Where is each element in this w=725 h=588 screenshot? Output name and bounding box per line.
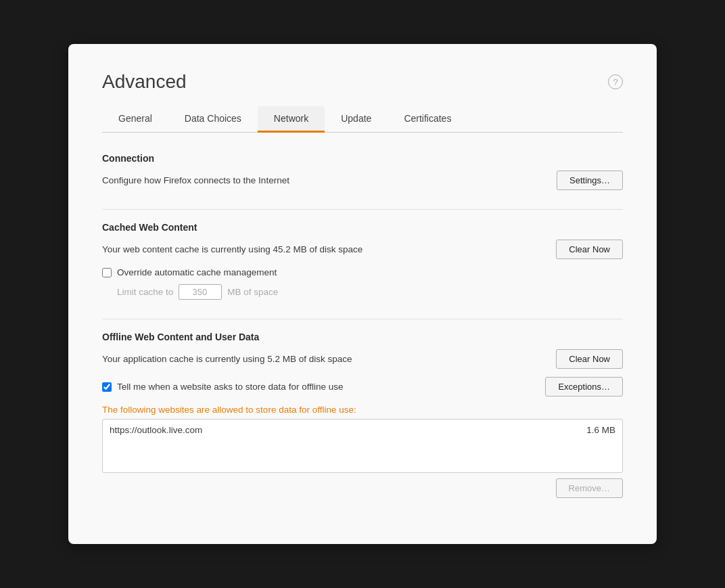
tab-update[interactable]: Update (325, 106, 388, 133)
website-url: https://outlook.live.com (110, 425, 202, 435)
tab-data-choices[interactable]: Data Choices (168, 106, 258, 133)
override-cache-row: Override automatic cache management (102, 267, 623, 277)
connection-row: Configure how Firefox connects to the In… (102, 171, 623, 190)
websites-list: https://outlook.live.com 1.6 MB (102, 419, 623, 473)
cached-web-content-section: Cached Web Content Your web content cach… (102, 222, 623, 300)
divider-1 (102, 209, 623, 210)
cache-limit-label: Limit cache to (117, 287, 173, 297)
override-cache-checkbox[interactable] (102, 268, 112, 277)
connection-description: Configure how Firefox connects to the In… (102, 175, 289, 185)
tell-me-checkbox-row: Tell me when a website asks to store dat… (102, 382, 343, 392)
offline-web-content-row: Your application cache is currently usin… (102, 349, 623, 369)
remove-button[interactable]: Remove… (556, 478, 623, 498)
connection-title: Connection (102, 153, 623, 164)
tabs-bar: General Data Choices Network Update Cert… (102, 106, 623, 133)
settings-button[interactable]: Settings… (557, 171, 623, 190)
websites-allowed-label: The following websites are allowed to st… (102, 405, 623, 415)
help-icon[interactable]: ? (608, 74, 623, 89)
cached-web-content-title: Cached Web Content (102, 222, 623, 233)
website-entry: https://outlook.live.com 1.6 MB (110, 425, 615, 435)
offline-web-content-section: Offline Web Content and User Data Your a… (102, 332, 623, 498)
tab-network[interactable]: Network (258, 106, 325, 133)
offline-web-content-description: Your application cache is currently usin… (102, 354, 352, 364)
page-title: Advanced (102, 71, 187, 93)
cached-clear-now-button[interactable]: Clear Now (556, 240, 623, 259)
cached-web-content-description: Your web content cache is currently usin… (102, 244, 362, 254)
tab-general[interactable]: General (102, 106, 168, 133)
advanced-settings-window: Advanced ? General Data Choices Network … (68, 44, 657, 544)
tab-certificates[interactable]: Certificates (388, 106, 467, 133)
website-size: 1.6 MB (586, 425, 615, 435)
cache-limit-input[interactable] (179, 284, 222, 300)
header-row: Advanced ? (102, 71, 623, 93)
cached-web-content-row: Your web content cache is currently usin… (102, 240, 623, 259)
cache-limit-row: Limit cache to MB of space (117, 284, 623, 300)
tell-me-label: Tell me when a website asks to store dat… (117, 382, 343, 392)
offline-clear-now-button[interactable]: Clear Now (556, 349, 623, 369)
tell-me-checkbox[interactable] (102, 382, 112, 392)
remove-row: Remove… (102, 478, 623, 498)
exceptions-button[interactable]: Exceptions… (545, 377, 623, 397)
connection-section: Connection Configure how Firefox connect… (102, 153, 623, 190)
cache-limit-unit: MB of space (227, 287, 278, 297)
override-cache-label: Override automatic cache management (117, 267, 277, 277)
offline-web-content-title: Offline Web Content and User Data (102, 332, 623, 342)
tell-me-row: Tell me when a website asks to store dat… (102, 377, 623, 397)
divider-2 (102, 319, 623, 319)
